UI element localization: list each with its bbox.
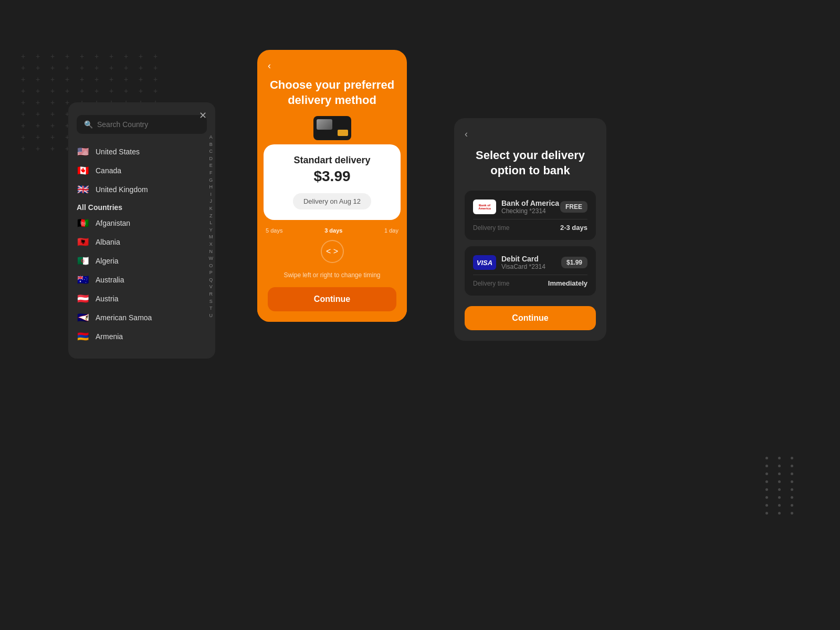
country-item-al[interactable]: 🇦🇱 Albania [68,233,215,251]
country-name-as: American Samoa [96,313,152,322]
alpha-d[interactable]: D [209,155,214,162]
all-countries-label: All Countries [68,199,215,214]
country-name-dz: Algeria [96,257,119,265]
country-item-gb[interactable]: 🇬🇧 United Kingdom [68,180,215,199]
flag-dz: 🇩🇿 [77,257,89,265]
country-name-al: Albania [96,238,120,246]
back-button-bank[interactable]: ‹ [465,129,468,140]
boa-logo-text: Bank ofAmerica [478,204,491,211]
alpha-m[interactable]: M [209,234,214,240]
flag-us: 🇺🇸 [77,148,89,156]
continue-button-delivery[interactable]: Continue [268,287,396,311]
alpha-p[interactable]: P [209,269,214,276]
delivery-header: ‹ Choose your preferred delivery method [257,50,407,116]
alpha-i[interactable]: I [209,191,214,198]
alpha-h[interactable]: H [209,184,214,191]
alpha-q[interactable]: Q [209,277,214,284]
search-box: 🔍 [77,115,207,134]
delivery-price: $3.99 [274,168,390,185]
boa-account: Checking *2314 [501,207,559,215]
flag-at: 🇦🇹 [77,295,89,303]
bank-title: Select your delivery option to bank [465,148,596,178]
alpha-g[interactable]: G [209,177,214,184]
alpha-s[interactable]: S [209,298,214,305]
alpha-o[interactable]: O [209,262,214,269]
country-name-gb: United Kingdom [96,185,148,194]
alpha-b[interactable]: B [209,141,214,148]
country-item-us[interactable]: 🇺🇸 United States [68,142,215,161]
country-item-dz[interactable]: 🇩🇿 Algeria [68,251,215,270]
country-name-at: Austria [96,295,119,303]
alpha-w[interactable]: W [209,255,214,262]
flag-al: 🇦🇱 [77,238,89,246]
visa-detail-value: Immediately [548,279,587,287]
search-input[interactable] [97,120,200,129]
alpha-f[interactable]: F [209,170,214,176]
visa-details: Debit Card VisaCard *2314 [501,255,545,270]
flag-ca: 🇨🇦 [77,166,89,175]
delivery-timeline: 5 days 3 days 1 day [257,220,407,236]
alpha-n[interactable]: N [209,248,214,255]
country-item-am[interactable]: 🇦🇲 Armenia [68,327,215,346]
flag-gb: 🇬🇧 [77,185,89,194]
back-button-delivery[interactable]: ‹ [268,60,271,71]
visa-logo: VISA [477,259,492,267]
alpha-l[interactable]: L [209,219,214,226]
bank-option-boa[interactable]: Bank ofAmerica Bank of America Checking … [465,191,596,240]
delivery-date-button[interactable]: Delivery on Aug 12 [293,193,371,209]
alphabet-sidebar: A B C D E F G H I J K Z L Y M X N W O P … [209,134,214,319]
delivery-bottom: < > Swipe left or right to change timing… [257,236,407,322]
visa-logo-wrap: VISA [473,255,496,270]
boa-name: Bank of America [501,199,559,207]
visa-header: VISA Debit Card VisaCard *2314 $1.99 [473,255,587,270]
alpha-u[interactable]: U [209,312,214,319]
delivery-card: Standart delivery $3.99 Delivery on Aug … [264,144,401,220]
visa-name: Debit Card [501,255,545,263]
alpha-z[interactable]: Z [209,213,214,219]
country-item-at[interactable]: 🇦🇹 Austria [68,289,215,308]
swipe-hint: Swipe left or right to change timing [268,271,396,279]
search-icon: 🔍 [84,120,93,129]
all-countries-list: 🇦🇫 Afganistan 🇦🇱 Albania 🇩🇿 Algeria 🇦🇺 A… [68,214,215,346]
boa-details: Bank of America Checking *2314 [501,199,559,215]
arrows-button[interactable]: < > [321,240,344,263]
country-name-us: United States [96,148,140,156]
alpha-j[interactable]: J [209,198,214,205]
arrows-icon: < > [326,247,338,256]
bank-option-visa[interactable]: VISA Debit Card VisaCard *2314 $1.99 Del… [465,246,596,296]
flag-as: 🇦🇸 [77,313,89,322]
delivery-card-icon-wrap [257,116,407,140]
close-button[interactable]: ✕ [199,110,207,121]
boa-detail-row: Delivery time 2-3 days [473,219,587,232]
alpha-e[interactable]: E [209,162,214,169]
visa-price-badge: $1.99 [561,257,587,268]
visa-info: VISA Debit Card VisaCard *2314 [473,255,545,270]
alpha-x[interactable]: X [209,241,214,248]
boa-detail-label: Delivery time [473,224,509,232]
alpha-v[interactable]: V [209,284,214,290]
continue-button-bank[interactable]: Continue [465,306,596,330]
flag-au: 🇦🇺 [77,276,89,284]
alpha-a[interactable]: A [209,134,214,141]
alpha-c[interactable]: C [209,148,214,155]
country-name-ca: Canada [96,166,121,175]
boa-info: Bank ofAmerica Bank of America Checking … [473,199,559,215]
delivery-title: Choose your preferred delivery method [268,78,396,108]
alpha-r[interactable]: R [209,291,214,298]
alpha-y[interactable]: Y [209,227,214,234]
boa-header: Bank ofAmerica Bank of America Checking … [473,199,587,215]
country-item-af[interactable]: 🇦🇫 Afganistan [68,214,215,233]
country-name-af: Afganistan [96,219,130,227]
timeline-right: 1 day [384,227,398,234]
country-item-au[interactable]: 🇦🇺 Australia [68,270,215,289]
visa-account: VisaCard *2314 [501,263,545,270]
alpha-t[interactable]: T [209,305,214,312]
alpha-k[interactable]: K [209,205,214,212]
timeline-left: 5 days [266,227,282,234]
country-item-ca[interactable]: 🇨🇦 Canada [68,161,215,180]
bank-panel: ‹ Select your delivery option to bank Ba… [454,118,606,341]
country-item-as[interactable]: 🇦🇸 American Samoa [68,308,215,327]
visa-detail-label: Delivery time [473,280,509,287]
dot-pattern: (function(){ const dp = document.querySe… [765,457,798,514]
flag-af: 🇦🇫 [77,219,89,227]
